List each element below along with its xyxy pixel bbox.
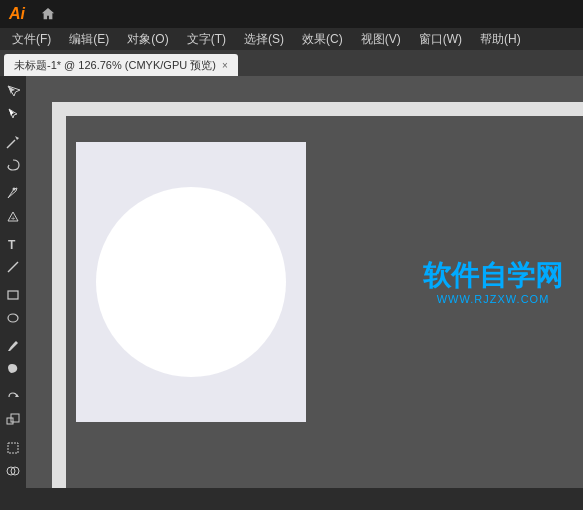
rect-tool[interactable] [0,284,26,306]
home-icon[interactable] [34,0,62,28]
shape-build-tool[interactable] [0,460,26,482]
rotate-tool[interactable] [0,386,26,408]
menu-edit[interactable]: 编辑(E) [61,29,117,50]
tab-bar: 未标题-1* @ 126.76% (CMYK/GPU 预览) × [0,50,583,76]
toolbar: + T [0,76,26,488]
add-anchor-tool[interactable]: + [0,205,26,227]
tab-title: 未标题-1* @ 126.76% (CMYK/GPU 预览) [14,58,216,73]
horizontal-ruler [52,102,583,116]
canvas-area: 软件自学网 WWW.RJZXW.COM [26,76,583,488]
vertical-ruler [52,116,66,488]
scale-tool[interactable] [0,409,26,431]
menu-window[interactable]: 窗口(W) [411,29,470,50]
title-bar: Ai [0,0,583,28]
direct-selection-tool[interactable] [0,103,26,125]
svg-text:+: + [11,214,16,223]
lasso-tool[interactable] [0,154,26,176]
pen-tool[interactable] [0,182,26,204]
watermark: 软件自学网 WWW.RJZXW.COM [423,259,563,305]
svg-rect-11 [8,443,18,453]
menu-effect[interactable]: 效果(C) [294,29,351,50]
ai-logo: Ai [0,0,34,28]
menu-object[interactable]: 对象(O) [119,29,176,50]
free-transform-tool[interactable] [0,437,26,459]
tab-close-button[interactable]: × [222,60,228,71]
selection-tool[interactable] [0,80,26,102]
magic-wand-tool[interactable] [0,131,26,153]
svg-rect-6 [8,291,18,299]
main-area: + T [0,76,583,488]
svg-marker-1 [15,136,19,140]
watermark-sub-text: WWW.RJZXW.COM [423,293,563,305]
svg-line-0 [7,140,15,148]
ellipse-tool[interactable] [0,307,26,329]
svg-rect-9 [7,418,13,424]
line-tool[interactable] [0,256,26,278]
document-tab[interactable]: 未标题-1* @ 126.76% (CMYK/GPU 预览) × [4,54,238,76]
svg-text:T: T [8,238,16,251]
svg-point-7 [8,314,18,322]
menu-view[interactable]: 视图(V) [353,29,409,50]
menu-help[interactable]: 帮助(H) [472,29,529,50]
watermark-main-text: 软件自学网 [423,259,563,293]
status-bar [0,488,583,510]
paintbrush-tool[interactable] [0,335,26,357]
blob-brush-tool[interactable] [0,358,26,380]
menu-select[interactable]: 选择(S) [236,29,292,50]
menu-bar: 文件(F) 编辑(E) 对象(O) 文字(T) 选择(S) 效果(C) 视图(V… [0,28,583,50]
white-circle-shape [96,187,286,377]
svg-line-5 [8,262,18,272]
document-canvas [76,142,306,422]
menu-type[interactable]: 文字(T) [179,29,234,50]
menu-file[interactable]: 文件(F) [4,29,59,50]
type-tool[interactable]: T [0,233,26,255]
svg-point-2 [13,188,16,191]
